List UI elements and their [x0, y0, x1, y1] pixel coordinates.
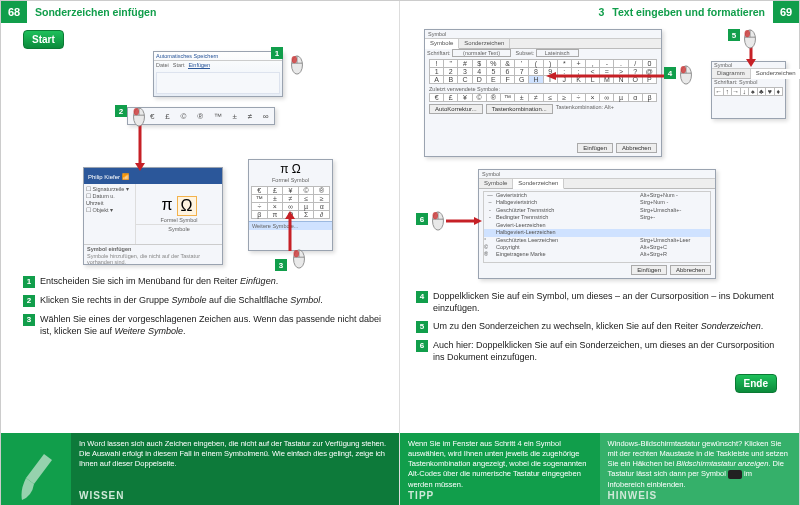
band-tipp: Wenn Sie im Fenster aus Schritt 4 ein Sy… [400, 433, 600, 505]
ribbon-tab-file: Datei [156, 62, 169, 69]
chapter-title: Text eingeben und formatieren [612, 6, 773, 18]
dialog-title: Symbol [425, 30, 661, 39]
start-badge: Start [23, 30, 64, 49]
content-right: Symbol Symbole Sonderzeichen Schriftart:… [400, 23, 799, 433]
page-68: 68 Sonderzeichen einfügen Start Automati… [1, 1, 400, 505]
panel-tab-special: Sonderzeichen [751, 69, 800, 79]
page-number: 69 [773, 1, 799, 23]
step-num: 1 [23, 276, 35, 288]
arrow-icon [546, 72, 664, 80]
page-title: Sonderzeichen einfügen [27, 6, 156, 18]
bottom-band-right: Wenn Sie im Fenster aus Schritt 4 ein Sy… [400, 433, 799, 505]
panel-tab-diagram: Diagramm [712, 69, 751, 78]
svg-marker-9 [285, 211, 295, 219]
step-num: 6 [416, 340, 428, 352]
arrow-icon [285, 211, 295, 251]
mouse-icon [291, 249, 307, 269]
band-wissen-label: WISSEN [79, 489, 124, 503]
band-brush-icon [1, 433, 71, 505]
illustration-area-right: Symbol Symbole Sonderzeichen Schriftart:… [416, 29, 777, 284]
dialog-recent-label: Zuletzt verwendete Symbole: [425, 86, 661, 92]
page-header-right: 3 Text eingeben und formatieren 69 [400, 1, 799, 23]
page-69: 3 Text eingeben und formatieren 69 Symbo… [400, 1, 799, 505]
step-5: 5 Um zu den Sonderzeichen zu wechseln, k… [416, 320, 777, 333]
mouse-icon [131, 107, 147, 127]
step-num: 2 [23, 295, 35, 307]
keyboard-icon [728, 470, 742, 479]
band-wissen: In Word lassen sich auch Zeichen eingebe… [71, 433, 399, 505]
step-3: 3 Wählen Sie eines der vorgeschlagenen Z… [23, 313, 383, 337]
svg-point-2 [292, 56, 297, 63]
svg-point-15 [681, 66, 686, 73]
bottom-band-left: In Word lassen sich auch Zeichen eingebe… [1, 433, 399, 505]
ribbon-autosave-label: Automatisches Speichern [154, 52, 282, 61]
book-spread: 68 Sonderzeichen einfügen Start Automati… [0, 0, 800, 505]
svg-point-25 [433, 212, 438, 219]
dialog-btn-cancel: Abbrechen [616, 143, 657, 153]
callout-6: 6 [416, 213, 428, 225]
mouse-icon [430, 211, 446, 231]
dialog-tab-special: Sonderzeichen [459, 39, 510, 48]
menu-titlebar: Philip Kiefer 📶 [84, 168, 222, 184]
menu-header: Symbol einfügen [84, 244, 222, 253]
callout-4: 4 [664, 67, 676, 79]
screenshot-special-panel: Symbol DiagrammSonderzeichen Schriftart:… [711, 61, 786, 119]
mouse-icon [678, 65, 694, 85]
screenshot-symbol-dialog: Symbol Symbole Sonderzeichen Schriftart:… [424, 29, 662, 157]
step-num: 4 [416, 291, 428, 303]
svg-point-5 [134, 108, 139, 115]
svg-marker-27 [474, 217, 482, 225]
dialog-btn-shortcut: Tastenkombination... [486, 104, 553, 114]
steps-left: 1 Entscheiden Sie sich im Menüband für d… [23, 275, 383, 337]
step-num: 3 [23, 314, 35, 326]
callout-5: 5 [728, 29, 740, 41]
band-hinweis-text: Windows-Bildschirmtastatur gewünscht? Kl… [608, 439, 792, 490]
screenshot-ribbon: Automatisches Speichern Datei Start Einf… [153, 51, 283, 97]
arrow-icon [446, 217, 482, 225]
arrow-icon [135, 123, 145, 171]
steps-right: 4 Doppelklicken Sie auf ein Symbol, um d… [416, 290, 777, 364]
band-hinweis: Windows-Bildschirmtastatur gewünscht? Kl… [600, 433, 800, 505]
page-number: 68 [1, 1, 27, 23]
group-label-symbole: Symbole [136, 224, 222, 233]
step-num: 5 [416, 321, 428, 333]
chapter-number: 3 [598, 6, 612, 18]
end-badge: Ende [735, 374, 777, 393]
callout-3: 3 [275, 259, 287, 271]
svg-marker-7 [135, 163, 145, 171]
callout-1: 1 [271, 47, 283, 59]
screenshot-symbol-menu: Philip Kiefer 📶 ☐ Signaturzeile ▾☐ Datum… [83, 167, 223, 265]
step-6: 6 Auch hier: Doppelklicken Sie auf ein S… [416, 339, 777, 363]
page-header-left: 68 Sonderzeichen einfügen [1, 1, 399, 23]
dialog-btn-autocorrect: AutoKorrektur... [429, 104, 483, 114]
svg-point-12 [294, 250, 299, 257]
band-tipp-text: Wenn Sie im Fenster aus Schritt 4 ein Sy… [408, 439, 592, 490]
svg-marker-17 [546, 72, 556, 80]
svg-marker-22 [746, 59, 756, 67]
dialog-btn-insert: Einfügen [577, 143, 613, 153]
callout-2: 2 [115, 105, 127, 117]
svg-point-20 [745, 30, 750, 37]
ribbon-tab-insert: Einfügen [188, 62, 210, 69]
step-4: 4 Doppelklicken Sie auf ein Symbol, um d… [416, 290, 777, 314]
band-tipp-label: TIPP [408, 489, 434, 503]
dialog-tab-symbols: Symbole [425, 39, 459, 49]
mouse-icon [289, 55, 305, 75]
screenshot-special-dialog: Symbol SymboleSonderzeichen —Geviertstri… [478, 169, 716, 279]
step-2: 2 Klicken Sie rechts in der Gruppe Symbo… [23, 294, 383, 307]
band-wissen-text: In Word lassen sich auch Zeichen eingebe… [79, 439, 391, 469]
illustration-area-left: Automatisches Speichern Datei Start Einf… [23, 49, 383, 269]
dialog-title: Symbol [479, 170, 715, 179]
ribbon-tab-start: Start [173, 62, 185, 69]
content-left: Start Automatisches Speichern Datei Star… [1, 23, 399, 433]
band-hinweis-label: HINWEIS [608, 489, 658, 503]
screenshot-symbol-row: Ω€£©®™±≠∞ [127, 107, 275, 125]
step-1: 1 Entscheiden Sie sich im Menüband für d… [23, 275, 383, 288]
mouse-icon [742, 29, 758, 49]
